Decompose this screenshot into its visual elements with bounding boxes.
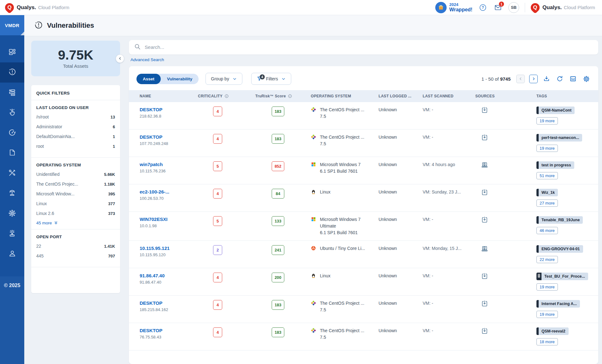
filter-item[interactable]: 22 1.41K [36, 244, 115, 249]
advanced-search-link[interactable]: Advanced Search [130, 57, 164, 62]
asset-name-link[interactable]: win7patch [140, 161, 163, 168]
asset-name-link[interactable]: DESKTOP [140, 134, 162, 140]
wrapped-promo[interactable]: 2024 Wrapped! [435, 2, 472, 13]
sidebar-item-prioritization[interactable] [0, 83, 24, 103]
more-tags-button[interactable]: 19 more [536, 283, 558, 291]
tag-pill[interactable]: QSM-NameCont [536, 107, 575, 114]
more-tags-button[interactable]: 22 more [536, 256, 558, 263]
column-header-trurisk[interactable]: TruRisk™ Scorei [252, 94, 308, 98]
asset-name-link[interactable]: 91.86.47.40 [140, 273, 165, 279]
sidebar-item-reports[interactable] [0, 143, 24, 163]
sidebar-item-scans[interactable] [0, 123, 24, 143]
show-more-link[interactable]: 45 more [36, 221, 115, 225]
column-header-sources[interactable]: SOURCES [472, 94, 533, 98]
sidebar-item-profile[interactable] [0, 244, 24, 264]
user-avatar[interactable]: SB [508, 2, 519, 13]
sidebar-item-connectors[interactable] [0, 204, 24, 224]
previous-page-button[interactable] [516, 75, 525, 83]
more-tags-button[interactable]: 19 more [536, 117, 558, 124]
asset-name-link[interactable]: DESKTOP [140, 300, 162, 306]
table-row[interactable]: DESKTOP 185.215.84.162 4 183 [129, 296, 598, 323]
column-header-tags[interactable]: TAGS [533, 94, 591, 98]
sidebar-item-response[interactable] [0, 103, 24, 123]
table-row[interactable]: DESKTOP 107.70.249.248 4 183 [129, 130, 598, 157]
vmdr-app-tab[interactable]: VMDR [0, 15, 24, 35]
next-page-button[interactable] [529, 75, 538, 83]
help-button[interactable]: ? [478, 3, 488, 12]
download-icon[interactable] [542, 74, 551, 83]
filter-item[interactable]: /n/root 13 [36, 114, 115, 119]
tag-pill[interactable]: Internet Facing A... [536, 300, 580, 308]
filter-item[interactable]: Administrator 6 [36, 124, 115, 129]
tag-pill[interactable]: Tenable_RB_19June [536, 216, 583, 224]
tag-pill[interactable]: test in progress [536, 161, 574, 169]
sidebar-item-ideas[interactable] [0, 224, 24, 244]
table-row[interactable]: win7patch 10.115.76.236 5 852 [129, 157, 598, 184]
filter-item[interactable]: Linux 2.6 373 [36, 211, 115, 216]
page-header: Vulnerabilities [24, 15, 602, 36]
sidebar-item-assets[interactable] [0, 183, 24, 204]
table-row[interactable]: DESKTOP 76.75.58.43 4 183 [129, 323, 598, 350]
tag-pill[interactable]: perf-test-namecon... [536, 134, 582, 142]
last-scanned-cell: VM: - [420, 216, 472, 222]
filter-item-count: 5.66K [104, 172, 115, 177]
column-header-os[interactable]: OPERATING SYSTEM [308, 94, 375, 98]
more-tags-button[interactable]: 46 more [536, 227, 558, 234]
collapse-panel-button[interactable] [116, 54, 124, 63]
asset-name-link[interactable]: WIN702ESXI [140, 216, 167, 222]
tag-pill[interactable]: Test_BU_For_Proce... [536, 273, 588, 280]
table-row[interactable]: ec2-100-26-... 100.26.53.70 4 84 [129, 184, 598, 212]
sidebar-item-remediation[interactable] [0, 163, 24, 183]
more-tags-button[interactable]: 18 more [536, 338, 558, 345]
more-tags-button[interactable]: 19 more [536, 145, 558, 152]
tag-pill[interactable]: Wiz_1k [536, 189, 558, 196]
filter-item[interactable]: Linux 377 [36, 201, 115, 206]
table-row[interactable]: DESKTOP 218.62.36.8 4 183 [129, 102, 598, 130]
criticality-cell: 4 [195, 189, 252, 199]
filter-item-count: 13 [111, 115, 115, 119]
operating-system-cell: The CentOS Project ... 7.5 [308, 327, 375, 341]
name-cell: 10.115.95.121 10.115.95.120 [136, 245, 195, 257]
settings-gear-icon[interactable] [582, 74, 591, 83]
sidebar-item-dashboard[interactable] [0, 42, 24, 62]
vulnerability-view-button[interactable]: Vulnerability [161, 74, 199, 84]
more-tags-button[interactable]: 19 more [536, 311, 558, 318]
notification-badge: 1 [499, 2, 504, 7]
tag-pill[interactable]: ENG-GROOVY-04-01 [536, 245, 583, 253]
table-row[interactable]: 91.86.47.40 91.86.47.40 4 200 [129, 268, 598, 296]
refresh-icon[interactable] [555, 74, 564, 83]
os-version: 7.5 [320, 334, 364, 341]
asset-view-button[interactable]: Asset [136, 74, 161, 84]
filter-section-title: LAST LOGGED ON USER [36, 105, 115, 110]
asset-name-link[interactable]: DESKTOP [140, 327, 162, 334]
filter-item[interactable]: Unidentified 5.66K [36, 172, 115, 177]
filter-item[interactable]: The CentOS Projec... 1.18K [36, 182, 115, 187]
filter-item[interactable]: 445 707 [36, 253, 115, 258]
more-tags-button[interactable]: 27 more [536, 199, 558, 207]
tag-pill[interactable]: QSM-reeval2 [536, 327, 569, 335]
filter-item[interactable]: DefaultDomainNa... 1 [36, 134, 115, 139]
notifications-button[interactable]: 1 [493, 3, 503, 12]
chart-view-icon[interactable] [569, 74, 577, 83]
column-header-last-logged[interactable]: LAST LOGGED ... [375, 94, 420, 98]
os-icon [311, 328, 316, 341]
more-tags-button[interactable]: 51 more [536, 172, 558, 179]
table-row[interactable]: WIN702ESXI 10.0.1.98 5 133 [129, 212, 598, 241]
column-header-name[interactable]: NAME [136, 94, 195, 98]
column-header-last-scanned[interactable]: LAST SCANNED [420, 94, 472, 98]
asset-name-link[interactable]: 10.115.95.121 [140, 245, 170, 251]
group-by-dropdown[interactable]: Group by [205, 73, 242, 85]
operating-system-cell: The CentOS Project ... 7.5 [308, 300, 375, 313]
filter-item[interactable]: Microsoft Window... 395 [36, 191, 115, 196]
copyright-label: © 2025 [0, 276, 24, 364]
asset-name-link[interactable]: DESKTOP [140, 107, 162, 113]
asset-name-link[interactable]: ec2-100-26-... [140, 189, 169, 195]
table-row[interactable]: 10.115.95.121 10.115.95.120 2 241 [129, 241, 598, 268]
column-header-criticality[interactable]: CRITICALITYi [195, 94, 252, 98]
sources-cell [472, 300, 533, 309]
filters-dropdown[interactable]: 4 Filters [251, 73, 291, 85]
sidebar-item-vulnerabilities[interactable] [0, 62, 24, 83]
trurisk-score-badge: 133 [272, 216, 284, 226]
filter-item[interactable]: root 1 [36, 144, 115, 149]
search-input[interactable] [145, 44, 593, 50]
